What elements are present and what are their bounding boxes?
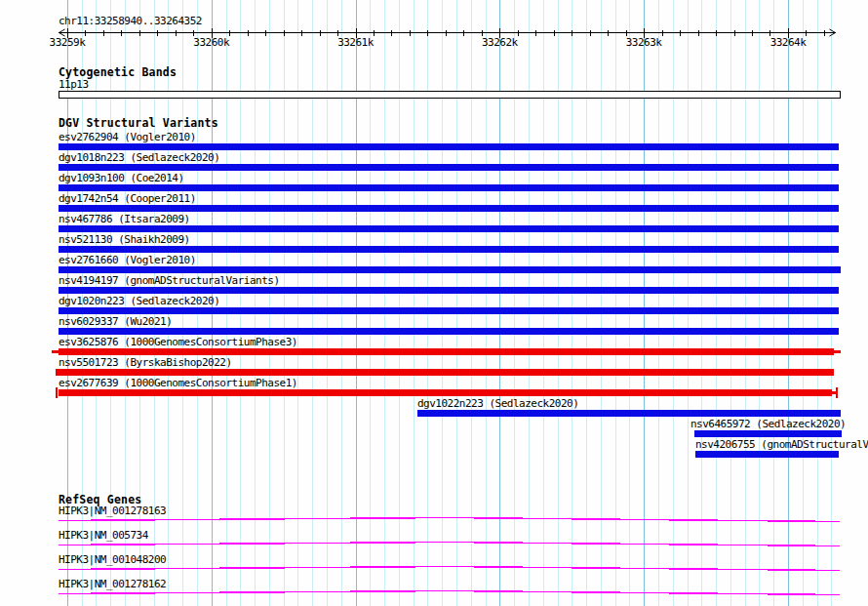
ruler-tick-label: 33263k xyxy=(622,37,665,48)
variant-bar[interactable] xyxy=(694,430,842,437)
genome-browser-canvas: chr11:33258940..33264352 33259k33260k332… xyxy=(0,0,868,606)
variant-label[interactable]: dgv1022n223 (Sedlazeck2020) xyxy=(417,398,578,409)
ruler-left-arrow-icon xyxy=(59,29,65,36)
variant-label[interactable]: dgv1742n54 (Cooper2011) xyxy=(59,193,196,204)
variant-bar[interactable] xyxy=(59,184,839,191)
variant-label[interactable]: esv2762904 (Vogler2010) xyxy=(59,132,196,142)
variant-label[interactable]: esv2761660 (Vogler2010) xyxy=(59,255,196,265)
variant-bar[interactable] xyxy=(59,225,839,232)
variant-bar[interactable] xyxy=(417,410,841,417)
gene-line[interactable] xyxy=(59,543,840,546)
ruler-tick-label: 33262k xyxy=(478,37,521,48)
variant-bar[interactable] xyxy=(59,328,839,335)
ruler-tick-label: 33260k xyxy=(190,37,233,48)
variant-thin-extension[interactable] xyxy=(834,350,841,353)
variant-bar[interactable] xyxy=(59,307,839,314)
ruler-tick-label: 33259k xyxy=(46,37,89,48)
gene-label[interactable]: HIPK3|NM_001048200 xyxy=(59,554,166,565)
variant-label[interactable]: nsv5501723 (ByrskaBishop2022) xyxy=(59,357,232,368)
variant-label[interactable]: nsv467786 (Itsara2009) xyxy=(59,214,190,224)
variant-label[interactable]: esv2677639 (1000GenomesConsortiumPhase1) xyxy=(59,378,297,388)
gene-label[interactable]: HIPK3|NM_001278162 xyxy=(59,579,166,589)
variant-end-tick[interactable] xyxy=(836,387,838,398)
variant-bar[interactable] xyxy=(56,369,834,376)
variant-label[interactable]: nsv4206755 (gnomADStructuralVariants) xyxy=(695,439,868,450)
variant-bar[interactable] xyxy=(59,266,841,273)
gene-label[interactable]: HIPK3|NM_005734 xyxy=(59,530,148,541)
variant-bar[interactable] xyxy=(59,246,839,253)
gene-label[interactable]: HIPK3|NM_001278163 xyxy=(59,505,166,516)
gene-line[interactable] xyxy=(59,591,840,595)
gene-line[interactable] xyxy=(59,567,840,571)
variant-bar[interactable] xyxy=(59,287,839,294)
ruler-tick-label: 33261k xyxy=(335,37,377,48)
cytoband-glyph[interactable] xyxy=(59,91,841,99)
variant-label[interactable]: nsv4194197 (gnomADStructuralVariants) xyxy=(59,275,280,286)
variant-bar[interactable] xyxy=(59,389,832,396)
variant-label[interactable]: nsv6029337 (Wu2021) xyxy=(59,316,172,327)
variant-label[interactable]: dgv1018n223 (Sedlazeck2020) xyxy=(59,152,219,163)
variant-label[interactable]: nsv6465972 (Sedlazeck2020) xyxy=(690,419,846,429)
gene-line[interactable] xyxy=(59,518,840,522)
variant-label[interactable]: nsv521130 (Shaikh2009) xyxy=(59,234,190,245)
variant-label[interactable]: esv3625876 (1000GenomesConsortiumPhase3) xyxy=(59,337,297,347)
variant-bar[interactable] xyxy=(59,205,839,212)
variant-label[interactable]: dgv1020n223 (Sedlazeck2020) xyxy=(59,296,219,306)
variant-bar[interactable] xyxy=(695,451,839,458)
cytoband-label[interactable]: 11p13 xyxy=(59,79,89,90)
cytogenetic-section-title: Cytogenetic Bands xyxy=(59,66,177,78)
region-title: chr11:33258940..33264352 xyxy=(59,16,202,26)
variant-end-tick[interactable] xyxy=(56,387,58,398)
variant-bar[interactable] xyxy=(59,143,839,150)
variant-bar[interactable] xyxy=(59,348,834,355)
variant-bar[interactable] xyxy=(59,164,839,171)
ruler-tick-label: 33264k xyxy=(767,37,809,48)
variant-label[interactable]: dgv1093n100 (Coe2014) xyxy=(59,173,184,183)
variant-thin-extension[interactable] xyxy=(52,350,59,353)
dgv-section-title: DGV Structural Variants xyxy=(59,117,218,129)
